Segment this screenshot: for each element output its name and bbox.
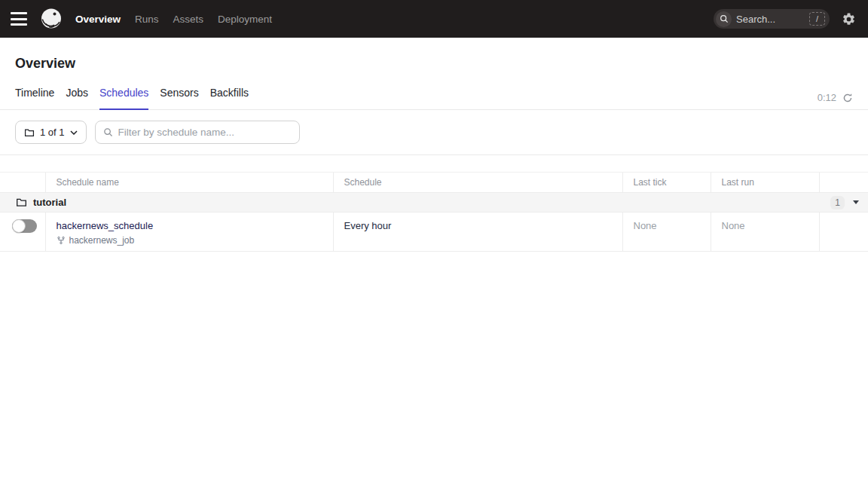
tab-sensors[interactable]: Sensors: [160, 87, 198, 110]
refresh-countdown: 0:12: [818, 92, 836, 103]
last-tick-cell: None: [622, 212, 711, 252]
table-row: hackernews_schedule hackernews_job: [0, 212, 868, 252]
folder-icon: [24, 127, 35, 138]
tab-backfills[interactable]: Backfills: [210, 87, 249, 110]
refresh-area: 0:12: [818, 92, 853, 109]
schedule-toggle[interactable]: [12, 219, 37, 233]
last-run-cell: None: [711, 212, 819, 252]
schedules-table: Schedule name Schedule Last tick Last ru…: [0, 172, 868, 252]
folder-icon: [16, 197, 27, 208]
nav-link-deployment[interactable]: Deployment: [218, 14, 272, 25]
col-header-schedule-name: Schedule name: [45, 173, 333, 193]
group-row-tutorial[interactable]: tutorial 1: [0, 193, 868, 212]
job-link[interactable]: hackernews_job: [69, 235, 135, 246]
schedule-filter-input[interactable]: [118, 127, 292, 138]
nav-link-overview[interactable]: Overview: [75, 14, 121, 25]
top-nav-right: /: [714, 9, 856, 29]
tabs: Timeline Jobs Schedules Sensors Backfill…: [15, 87, 249, 109]
gear-icon[interactable]: [842, 12, 856, 26]
filter-bar: 1 of 1: [0, 110, 868, 155]
schedule-toggle-cell: [0, 212, 45, 252]
table-header-row: Schedule name Schedule Last tick Last ru…: [0, 173, 868, 193]
nav-link-assets[interactable]: Assets: [173, 14, 204, 25]
col-header-last-tick: Last tick: [622, 173, 711, 193]
tab-jobs[interactable]: Jobs: [66, 87, 88, 110]
search-icon: [716, 11, 732, 27]
row-actions-cell: [819, 212, 868, 252]
group-count-badge: 1: [830, 196, 845, 209]
job-line: hackernews_job: [57, 235, 333, 246]
tabs-row: Timeline Jobs Schedules Sensors Backfill…: [0, 87, 868, 110]
top-nav: Overview Runs Assets Deployment /: [0, 0, 868, 38]
repo-selector-label: 1 of 1: [40, 127, 65, 138]
schedule-name-cell: hackernews_schedule hackernews_job: [45, 212, 333, 252]
col-header-actions: [819, 173, 868, 193]
menu-icon[interactable]: [11, 12, 29, 26]
nav-link-runs[interactable]: Runs: [135, 14, 159, 25]
job-icon: [57, 236, 66, 245]
refresh-icon[interactable]: [842, 93, 853, 103]
schedule-filter-field[interactable]: [95, 121, 300, 144]
search-input[interactable]: [732, 14, 809, 25]
tab-schedules[interactable]: Schedules: [99, 87, 148, 110]
group-collapse-caret-icon[interactable]: [853, 200, 859, 204]
page-title: Overview: [15, 56, 868, 72]
col-header-last-run: Last run: [711, 173, 819, 193]
group-name: tutorial: [33, 197, 66, 208]
col-header-schedule: Schedule: [333, 173, 622, 193]
search-icon: [103, 127, 113, 137]
tab-timeline[interactable]: Timeline: [15, 87, 54, 110]
col-header-toggle: [0, 173, 45, 193]
search-shortcut-badge: /: [809, 12, 825, 26]
nav-links: Overview Runs Assets Deployment: [75, 14, 272, 25]
dagster-logo-icon[interactable]: [39, 7, 63, 31]
schedule-name-link[interactable]: hackernews_schedule: [57, 220, 154, 231]
repo-selector-dropdown[interactable]: 1 of 1: [15, 121, 87, 144]
chevron-down-icon: [70, 130, 78, 135]
schedule-cadence-cell: Every hour: [333, 212, 622, 252]
global-search[interactable]: /: [714, 9, 830, 29]
